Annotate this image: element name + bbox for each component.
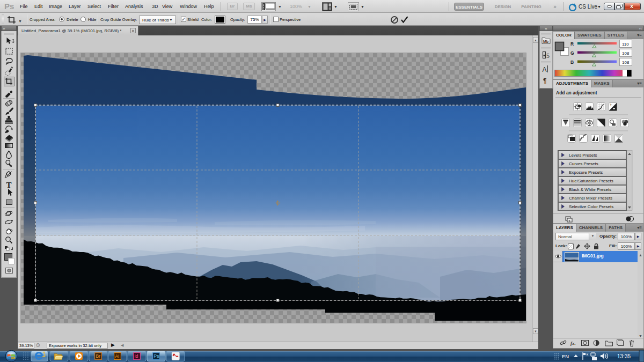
svg-text:G: G [570,50,574,56]
svg-text:T: T [6,181,12,189]
svg-text:+: + [610,103,612,107]
svg-text:R: R [570,41,574,47]
svg-text:13:35: 13:35 [617,353,631,359]
svg-text:108: 108 [622,60,630,65]
svg-text:Br: Br [96,353,101,359]
svg-text:Ps: Ps [154,353,159,359]
svg-text:Ai: Ai [115,353,120,359]
svg-text:fx.: fx. [570,341,576,346]
svg-text:A: A [543,66,547,73]
svg-text:Mb: Mb [543,40,548,43]
svg-text:Exposure Presets: Exposure Presets [569,170,603,175]
svg-text:110: 110 [622,42,629,47]
svg-text:Channel Mixer Presets: Channel Mixer Presets [569,196,612,201]
svg-text:EN: EN [562,353,569,359]
svg-text:¶: ¶ [543,77,546,85]
svg-text:Selective Color Presets: Selective Color Presets [569,204,613,209]
svg-text:Hue/Saturation Presets: Hue/Saturation Presets [569,179,613,183]
svg-text:Black & White Presets: Black & White Presets [569,187,611,192]
svg-text:Levels Presets: Levels Presets [569,153,597,158]
svg-text:B: B [570,60,574,65]
svg-text:5: 5 [546,52,550,60]
svg-text:Id: Id [135,353,138,359]
svg-text:108: 108 [622,51,630,56]
svg-text:Curves Presets: Curves Presets [569,161,598,166]
